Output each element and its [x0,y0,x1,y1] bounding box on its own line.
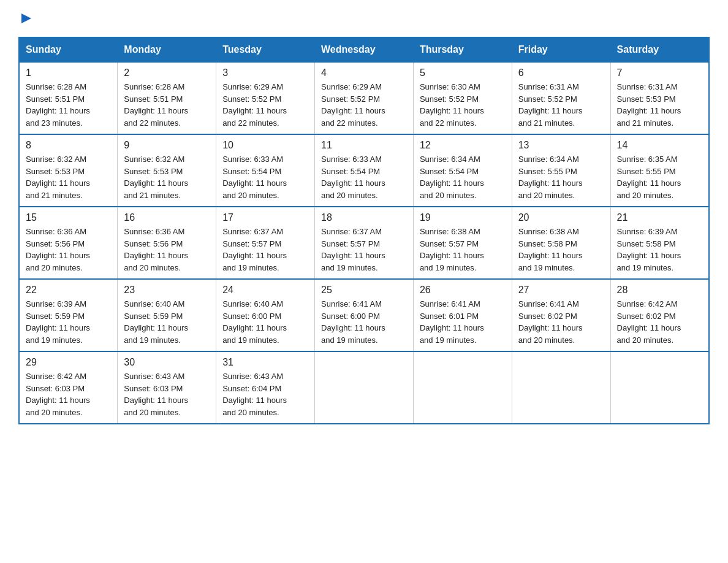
day-number: 13 [518,140,604,151]
day-info: Sunrise: 6:37 AM Sunset: 5:57 PM Dayligh… [321,226,407,274]
calendar-cell: 23 Sunrise: 6:40 AM Sunset: 5:59 PM Dayl… [118,279,216,351]
day-number: 20 [518,212,604,223]
day-number: 30 [124,357,210,368]
day-info: Sunrise: 6:39 AM Sunset: 5:58 PM Dayligh… [617,226,702,274]
day-number: 1 [26,67,111,79]
calendar-cell: 7 Sunrise: 6:31 AM Sunset: 5:53 PM Dayli… [610,62,709,134]
calendar-cell: 17 Sunrise: 6:37 AM Sunset: 5:57 PM Dayl… [216,207,315,279]
day-info: Sunrise: 6:29 AM Sunset: 5:52 PM Dayligh… [321,81,407,129]
day-info: Sunrise: 6:41 AM Sunset: 6:02 PM Dayligh… [518,298,604,346]
calendar-cell: 29 Sunrise: 6:42 AM Sunset: 6:03 PM Dayl… [19,351,118,424]
day-info: Sunrise: 6:41 AM Sunset: 6:00 PM Dayligh… [321,298,407,346]
day-info: Sunrise: 6:28 AM Sunset: 5:51 PM Dayligh… [26,81,111,129]
day-info: Sunrise: 6:40 AM Sunset: 6:00 PM Dayligh… [222,298,308,346]
day-number: 27 [518,285,604,296]
calendar-cell: 30 Sunrise: 6:43 AM Sunset: 6:03 PM Dayl… [118,351,216,424]
page-header [18,12,710,26]
day-number: 12 [420,140,506,151]
day-info: Sunrise: 6:32 AM Sunset: 5:53 PM Dayligh… [124,153,210,201]
day-info: Sunrise: 6:42 AM Sunset: 6:02 PM Dayligh… [617,298,702,346]
day-number: 17 [222,212,308,223]
calendar-cell: 9 Sunrise: 6:32 AM Sunset: 5:53 PM Dayli… [118,134,216,207]
calendar-cell: 6 Sunrise: 6:31 AM Sunset: 5:52 PM Dayli… [512,62,610,134]
calendar-cell: 22 Sunrise: 6:39 AM Sunset: 5:59 PM Dayl… [19,279,118,351]
calendar-cell [512,351,610,424]
day-number: 7 [617,67,702,79]
calendar-cell: 1 Sunrise: 6:28 AM Sunset: 5:51 PM Dayli… [19,62,118,134]
calendar-cell: 3 Sunrise: 6:29 AM Sunset: 5:52 PM Dayli… [216,62,315,134]
day-number: 9 [124,140,210,151]
day-number: 19 [420,212,506,223]
calendar-week-4: 22 Sunrise: 6:39 AM Sunset: 5:59 PM Dayl… [19,279,709,351]
calendar-cell: 8 Sunrise: 6:32 AM Sunset: 5:53 PM Dayli… [19,134,118,207]
day-info: Sunrise: 6:32 AM Sunset: 5:53 PM Dayligh… [26,153,111,201]
calendar-cell: 28 Sunrise: 6:42 AM Sunset: 6:02 PM Dayl… [610,279,709,351]
day-info: Sunrise: 6:35 AM Sunset: 5:55 PM Dayligh… [617,153,702,201]
day-of-week-sunday: Sunday [19,37,118,62]
calendar-table: SundayMondayTuesdayWednesdayThursdayFrid… [18,37,710,424]
calendar-week-1: 1 Sunrise: 6:28 AM Sunset: 5:51 PM Dayli… [19,62,709,134]
calendar-header-row: SundayMondayTuesdayWednesdayThursdayFrid… [19,37,709,62]
calendar-cell: 16 Sunrise: 6:36 AM Sunset: 5:56 PM Dayl… [118,207,216,279]
day-number: 4 [321,67,407,79]
calendar-cell: 4 Sunrise: 6:29 AM Sunset: 5:52 PM Dayli… [315,62,414,134]
calendar-week-2: 8 Sunrise: 6:32 AM Sunset: 5:53 PM Dayli… [19,134,709,207]
calendar-week-5: 29 Sunrise: 6:42 AM Sunset: 6:03 PM Dayl… [19,351,709,424]
day-info: Sunrise: 6:39 AM Sunset: 5:59 PM Dayligh… [26,298,111,346]
day-info: Sunrise: 6:28 AM Sunset: 5:51 PM Dayligh… [124,81,210,129]
day-number: 23 [124,285,210,296]
calendar-cell: 5 Sunrise: 6:30 AM Sunset: 5:52 PM Dayli… [413,62,512,134]
calendar-cell: 19 Sunrise: 6:38 AM Sunset: 5:57 PM Dayl… [413,207,512,279]
day-of-week-saturday: Saturday [610,37,709,62]
day-number: 22 [26,285,111,296]
calendar-cell: 14 Sunrise: 6:35 AM Sunset: 5:55 PM Dayl… [610,134,709,207]
day-number: 16 [124,212,210,223]
calendar-cell: 25 Sunrise: 6:41 AM Sunset: 6:00 PM Dayl… [315,279,414,351]
day-number: 8 [26,140,111,151]
svg-marker-0 [21,13,31,23]
day-info: Sunrise: 6:42 AM Sunset: 6:03 PM Dayligh… [26,370,111,418]
day-info: Sunrise: 6:33 AM Sunset: 5:54 PM Dayligh… [222,153,308,201]
day-info: Sunrise: 6:43 AM Sunset: 6:04 PM Dayligh… [222,370,308,418]
calendar-week-3: 15 Sunrise: 6:36 AM Sunset: 5:56 PM Dayl… [19,207,709,279]
day-info: Sunrise: 6:38 AM Sunset: 5:58 PM Dayligh… [518,226,604,274]
day-number: 11 [321,140,407,151]
day-number: 29 [26,357,111,368]
calendar-cell: 18 Sunrise: 6:37 AM Sunset: 5:57 PM Dayl… [315,207,414,279]
day-number: 31 [222,357,308,368]
day-number: 10 [222,140,308,151]
day-of-week-wednesday: Wednesday [315,37,414,62]
calendar-cell [413,351,512,424]
day-info: Sunrise: 6:29 AM Sunset: 5:52 PM Dayligh… [222,81,308,129]
day-number: 15 [26,212,111,223]
calendar-cell: 24 Sunrise: 6:40 AM Sunset: 6:00 PM Dayl… [216,279,315,351]
day-of-week-thursday: Thursday [413,37,512,62]
calendar-cell: 15 Sunrise: 6:36 AM Sunset: 5:56 PM Dayl… [19,207,118,279]
calendar-cell [610,351,709,424]
logo-flag-icon [19,12,32,26]
day-number: 24 [222,285,308,296]
day-number: 2 [124,67,210,79]
calendar-cell: 13 Sunrise: 6:34 AM Sunset: 5:55 PM Dayl… [512,134,610,207]
day-info: Sunrise: 6:38 AM Sunset: 5:57 PM Dayligh… [420,226,506,274]
day-number: 6 [518,67,604,79]
day-number: 25 [321,285,407,296]
day-number: 21 [617,212,702,223]
day-number: 14 [617,140,702,151]
day-info: Sunrise: 6:34 AM Sunset: 5:54 PM Dayligh… [420,153,506,201]
day-info: Sunrise: 6:40 AM Sunset: 5:59 PM Dayligh… [124,298,210,346]
day-info: Sunrise: 6:43 AM Sunset: 6:03 PM Dayligh… [124,370,210,418]
calendar-cell: 26 Sunrise: 6:41 AM Sunset: 6:01 PM Dayl… [413,279,512,351]
calendar-cell: 12 Sunrise: 6:34 AM Sunset: 5:54 PM Dayl… [413,134,512,207]
day-info: Sunrise: 6:30 AM Sunset: 5:52 PM Dayligh… [420,81,506,129]
day-number: 28 [617,285,702,296]
day-number: 3 [222,67,308,79]
day-number: 26 [420,285,506,296]
calendar-cell: 21 Sunrise: 6:39 AM Sunset: 5:58 PM Dayl… [610,207,709,279]
day-info: Sunrise: 6:33 AM Sunset: 5:54 PM Dayligh… [321,153,407,201]
calendar-cell: 31 Sunrise: 6:43 AM Sunset: 6:04 PM Dayl… [216,351,315,424]
day-number: 18 [321,212,407,223]
day-info: Sunrise: 6:36 AM Sunset: 5:56 PM Dayligh… [26,226,111,274]
day-info: Sunrise: 6:31 AM Sunset: 5:52 PM Dayligh… [518,81,604,129]
day-of-week-friday: Friday [512,37,610,62]
